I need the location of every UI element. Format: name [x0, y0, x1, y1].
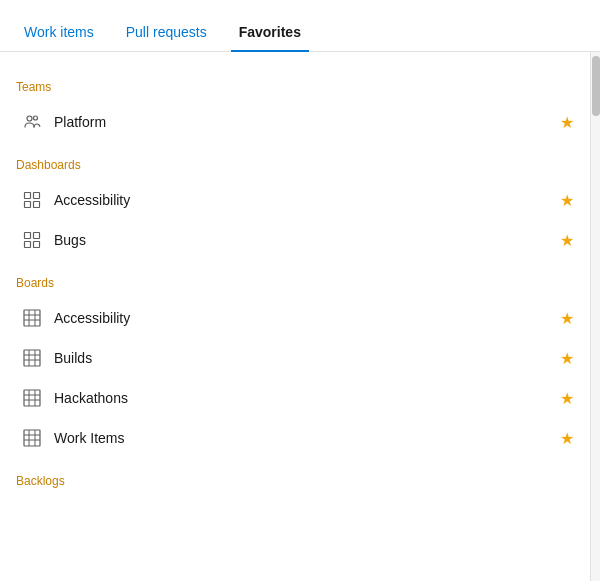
item-label-accessibility-board: Accessibility	[54, 310, 560, 326]
svg-rect-2	[25, 193, 31, 199]
svg-point-1	[34, 116, 38, 120]
board-icon-1	[20, 306, 44, 330]
dashboard-icon-1	[20, 188, 44, 212]
star-icon-accessibility-board[interactable]: ★	[560, 309, 574, 328]
item-label-builds-board: Builds	[54, 350, 560, 366]
item-label-accessibility-dash: Accessibility	[54, 192, 560, 208]
section-header-boards: Boards	[16, 264, 590, 298]
list-item-builds-board[interactable]: Builds ★	[16, 338, 590, 378]
star-icon-workitems-board[interactable]: ★	[560, 429, 574, 448]
star-icon-builds-board[interactable]: ★	[560, 349, 574, 368]
board-icon-2	[20, 346, 44, 370]
list-item-workitems-board[interactable]: Work Items ★	[16, 418, 590, 458]
tab-favorites[interactable]: Favorites	[231, 24, 309, 52]
item-label-hackathons-board: Hackathons	[54, 390, 560, 406]
scrollbar-thumb[interactable]	[592, 56, 600, 116]
item-label-platform: Platform	[54, 114, 560, 130]
svg-rect-8	[25, 242, 31, 248]
item-label-workitems-board: Work Items	[54, 430, 560, 446]
star-icon-accessibility-dash[interactable]: ★	[560, 191, 574, 210]
star-icon-hackathons-board[interactable]: ★	[560, 389, 574, 408]
svg-rect-4	[25, 202, 31, 208]
svg-rect-5	[34, 202, 40, 208]
dashboard-icon-2	[20, 228, 44, 252]
star-icon-platform[interactable]: ★	[560, 113, 574, 132]
section-header-backlogs: Backlogs	[16, 462, 590, 496]
list-item-platform[interactable]: Platform ★	[16, 102, 590, 142]
list-item-accessibility-board[interactable]: Accessibility ★	[16, 298, 590, 338]
list-item-hackathons-board[interactable]: Hackathons ★	[16, 378, 590, 418]
main-content: Teams Platform ★ Dashboards	[0, 52, 590, 581]
team-icon	[20, 110, 44, 134]
list-item-bugs-dash[interactable]: Bugs ★	[16, 220, 590, 260]
section-header-dashboards: Dashboards	[16, 146, 590, 180]
list-item-accessibility-dash[interactable]: Accessibility ★	[16, 180, 590, 220]
svg-rect-20	[24, 390, 40, 406]
board-icon-3	[20, 386, 44, 410]
svg-rect-25	[24, 430, 40, 446]
tabs-container: Work items Pull requests Favorites	[0, 0, 600, 52]
item-label-bugs-dash: Bugs	[54, 232, 560, 248]
tab-pull-requests[interactable]: Pull requests	[118, 24, 215, 52]
svg-rect-6	[25, 233, 31, 239]
svg-rect-7	[34, 233, 40, 239]
svg-rect-10	[24, 310, 40, 326]
tab-work-items[interactable]: Work items	[16, 24, 102, 52]
section-header-teams: Teams	[16, 68, 590, 102]
svg-rect-9	[34, 242, 40, 248]
content-wrapper: Teams Platform ★ Dashboards	[0, 52, 600, 581]
svg-rect-15	[24, 350, 40, 366]
scrollbar-track[interactable]	[590, 52, 600, 581]
board-icon-4	[20, 426, 44, 450]
star-icon-bugs-dash[interactable]: ★	[560, 231, 574, 250]
svg-rect-3	[34, 193, 40, 199]
svg-point-0	[27, 116, 32, 121]
